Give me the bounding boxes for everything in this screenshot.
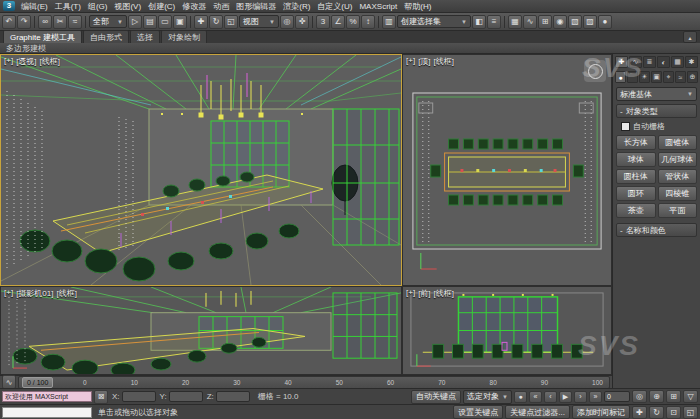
- z-coordinate-field[interactable]: [216, 391, 250, 402]
- viewport-label[interactable]: [+] [顶] [线框]: [406, 56, 454, 67]
- schematic-view-icon[interactable]: ⊞: [538, 15, 552, 29]
- primitive-sphere-button[interactable]: 球体: [616, 152, 656, 167]
- menu-views[interactable]: 视图(V): [111, 1, 144, 12]
- systems-category-icon[interactable]: ⊕: [687, 71, 698, 83]
- primitive-box-button[interactable]: 长方体: [616, 135, 656, 150]
- selection-lock-icon[interactable]: ⊠: [94, 390, 108, 404]
- selection-region-icon[interactable]: ▭: [158, 15, 172, 29]
- select-and-move-icon[interactable]: ✚: [194, 15, 208, 29]
- viewport-name[interactable]: [顶]: [418, 56, 430, 67]
- ribbon-collapse-icon[interactable]: ▴: [683, 31, 697, 43]
- motion-tab-icon[interactable]: ◐: [657, 56, 670, 68]
- perspective-viewport[interactable]: [+] [透视] [线框]: [0, 54, 402, 286]
- perspective-viewport-canvas[interactable]: [1, 55, 401, 285]
- menu-rendering[interactable]: 渲染(R): [280, 1, 313, 12]
- app-logo-icon[interactable]: 3: [3, 1, 15, 11]
- previous-frame-icon[interactable]: ‹: [544, 391, 557, 403]
- viewport-menu-plus[interactable]: [+]: [406, 288, 415, 299]
- zoom-extents-icon[interactable]: ⊞: [666, 390, 681, 403]
- select-by-name-icon[interactable]: ▤: [143, 15, 157, 29]
- next-frame-icon[interactable]: ›: [574, 391, 587, 403]
- select-object-icon[interactable]: ▷: [128, 15, 142, 29]
- spinner-snap-icon[interactable]: ↕: [361, 15, 375, 29]
- select-and-scale-icon[interactable]: ◱: [224, 15, 238, 29]
- tab-graphite-modeling[interactable]: Graphite 建模工具: [3, 30, 82, 43]
- camera-viewport[interactable]: [+] [摄影机01] [线框]: [0, 286, 402, 375]
- top-viewport[interactable]: [+] [顶] [线框]: [402, 54, 612, 286]
- menu-customize[interactable]: 自定义(U): [314, 1, 355, 12]
- viewport-name[interactable]: [透视]: [16, 56, 36, 67]
- menu-tools[interactable]: 工具(T): [52, 1, 84, 12]
- maxscript-listener-input[interactable]: [2, 407, 92, 418]
- add-time-tag-button[interactable]: 添加时间标记: [572, 405, 630, 419]
- play-animation-icon[interactable]: ▶: [559, 391, 572, 403]
- selection-set-dropdown[interactable]: 选定对象 ▼: [463, 390, 512, 404]
- viewport-menu-plus[interactable]: [+]: [4, 56, 13, 67]
- y-coordinate-field[interactable]: [169, 391, 203, 402]
- time-slider[interactable]: 0 / 100: [22, 377, 53, 388]
- render-production-icon[interactable]: ●: [598, 15, 612, 29]
- render-setup-icon[interactable]: ▧: [568, 15, 582, 29]
- menu-create[interactable]: 创建(C): [145, 1, 178, 12]
- orbit-icon[interactable]: ↻: [649, 406, 664, 419]
- curve-editor-icon[interactable]: ∿: [523, 15, 537, 29]
- pan-icon[interactable]: ✚: [632, 406, 647, 419]
- viewport-shading[interactable]: [线框]: [434, 288, 454, 299]
- viewport-shading[interactable]: [线框]: [434, 56, 454, 67]
- time-slider-track[interactable]: 0 / 100 0 10 20 30 40 50 60 70 80 90 100: [18, 376, 610, 389]
- space-warps-category-icon[interactable]: ≈: [675, 71, 686, 83]
- viewport-label[interactable]: [+] [前] [线框]: [406, 288, 454, 299]
- primitive-tube-button[interactable]: 管状体: [658, 169, 698, 184]
- viewport-name[interactable]: [前]: [418, 288, 430, 299]
- tab-freeform[interactable]: 自由形式: [83, 30, 129, 43]
- display-tab-icon[interactable]: ▦: [671, 56, 684, 68]
- layer-manager-icon[interactable]: ▦: [508, 15, 522, 29]
- menu-animation[interactable]: 动画: [210, 1, 232, 12]
- menu-graph-editors[interactable]: 图形编辑器: [233, 1, 279, 12]
- redo-icon[interactable]: ↷: [17, 15, 31, 29]
- select-and-rotate-icon[interactable]: ↻: [209, 15, 223, 29]
- primitive-plane-button[interactable]: 平面: [658, 203, 698, 218]
- front-viewport[interactable]: [+] [前] [线框]: [402, 286, 612, 375]
- primitive-cone-button[interactable]: 圆锥体: [658, 135, 698, 150]
- viewport-shading[interactable]: [线框]: [40, 56, 60, 67]
- primitive-type-dropdown[interactable]: 标准基体 ▼: [616, 87, 697, 101]
- edit-named-selection-sets-icon[interactable]: ▥: [382, 15, 396, 29]
- auto-key-button[interactable]: 自动关键点: [411, 390, 461, 404]
- utilities-tab-icon[interactable]: ✱: [685, 56, 698, 68]
- field-of-view-icon[interactable]: ▽: [683, 390, 698, 403]
- go-to-start-icon[interactable]: «: [529, 391, 542, 403]
- menu-group[interactable]: 组(G): [85, 1, 111, 12]
- helpers-category-icon[interactable]: ⌖: [663, 71, 674, 83]
- maximize-viewport-icon[interactable]: ◱: [683, 406, 698, 419]
- angle-snap-icon[interactable]: ∠: [331, 15, 345, 29]
- unlink-selection-icon[interactable]: ✂: [53, 15, 67, 29]
- tab-selection[interactable]: 选择: [130, 30, 160, 43]
- lights-category-icon[interactable]: ☀: [639, 71, 650, 83]
- undo-icon[interactable]: ↶: [2, 15, 16, 29]
- percent-snap-icon[interactable]: %: [346, 15, 360, 29]
- set-key-button[interactable]: 设置关键点: [453, 405, 503, 419]
- zoom-region-icon[interactable]: ⊡: [666, 406, 681, 419]
- menu-edit[interactable]: 编辑(E): [18, 1, 51, 12]
- ribbon-panel-strip[interactable]: 多边形建模: [0, 43, 700, 54]
- viewport-name[interactable]: [摄影机01]: [16, 288, 53, 299]
- hierarchy-tab-icon[interactable]: ≣: [643, 56, 656, 68]
- menu-maxscript[interactable]: MAXScript: [356, 2, 400, 11]
- zoom-icon[interactable]: ◎: [632, 390, 647, 403]
- open-mini-curve-editor-icon[interactable]: ∿: [2, 375, 16, 389]
- object-type-rollout-header[interactable]: - 对象类型: [616, 104, 697, 118]
- select-and-link-icon[interactable]: ∞: [38, 15, 52, 29]
- mirror-icon[interactable]: ◧: [472, 15, 486, 29]
- zoom-all-icon[interactable]: ⊕: [649, 390, 664, 403]
- key-filters-button[interactable]: 关键点过滤器...: [505, 405, 570, 419]
- create-tab-icon[interactable]: ✚: [615, 56, 628, 68]
- align-icon[interactable]: ≡: [487, 15, 501, 29]
- viewport-shading[interactable]: [线框]: [56, 288, 76, 299]
- window-crossing-icon[interactable]: ▣: [173, 15, 187, 29]
- key-mode-toggle-icon[interactable]: ●: [514, 391, 527, 403]
- bind-to-space-warp-icon[interactable]: ≈: [68, 15, 82, 29]
- viewport-label[interactable]: [+] [摄影机01] [线框]: [4, 288, 77, 299]
- viewcube[interactable]: [584, 60, 606, 82]
- use-pivot-center-icon[interactable]: ◎: [280, 15, 294, 29]
